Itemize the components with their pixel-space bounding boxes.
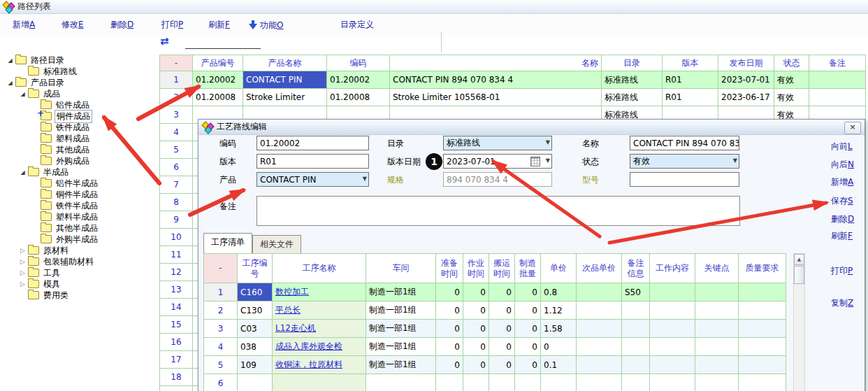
- status-dropdown[interactable]: 有效▼: [630, 154, 739, 169]
- cell[interactable]: 0: [463, 338, 489, 356]
- cell[interactable]: [650, 320, 695, 338]
- cell[interactable]: [650, 374, 695, 391]
- chevron-down-icon[interactable]: ▼: [546, 157, 550, 164]
- name-input[interactable]: CONTACT PIN 894 070 834: [630, 136, 739, 150]
- chevron-down-icon[interactable]: ▼: [363, 176, 367, 182]
- model-input[interactable]: [630, 172, 739, 187]
- scrollbar-thumb[interactable]: [794, 266, 804, 284]
- cell[interactable]: 0: [489, 356, 515, 374]
- operation-row[interactable]: 4038成品入库外观全检制造一部1组00000: [204, 338, 786, 356]
- cell[interactable]: 0: [436, 338, 463, 356]
- cell[interactable]: 0: [515, 356, 541, 374]
- cell[interactable]: [739, 356, 786, 374]
- toolbar-refresh-button[interactable]: 刷新F: [208, 19, 230, 31]
- tree-collapsed-icon[interactable]: ▷: [18, 258, 27, 265]
- cell[interactable]: [577, 301, 622, 320]
- cell[interactable]: 0: [436, 283, 463, 301]
- tree-item[interactable]: 其他半成品: [1, 222, 158, 234]
- cell[interactable]: [577, 320, 622, 338]
- cell[interactable]: [366, 374, 436, 391]
- tree-item[interactable]: ◢半成品: [1, 166, 158, 178]
- cell[interactable]: 01.20002: [327, 71, 390, 89]
- table-row[interactable]: 201.20008Stroke Limiter01.20008Stroke Li…: [160, 89, 866, 106]
- cell[interactable]: 制造一部1组: [366, 356, 436, 374]
- operation-row[interactable]: 1C160数控加工制造一部1组00000.8S50: [204, 283, 786, 301]
- cell[interactable]: 数控加工: [273, 283, 366, 301]
- cell[interactable]: [695, 283, 739, 301]
- dialog-delete-button[interactable]: 删除D: [831, 213, 865, 225]
- cell[interactable]: [650, 356, 695, 374]
- cell[interactable]: CONTACT PIN 894 070 834 4: [390, 71, 602, 89]
- cell[interactable]: 0: [515, 283, 541, 301]
- cell[interactable]: 0: [489, 301, 515, 320]
- cell[interactable]: [695, 320, 739, 338]
- tree-item[interactable]: 塑料成品: [1, 133, 158, 144]
- cell[interactable]: 1.58: [541, 320, 577, 338]
- cell[interactable]: [577, 283, 622, 301]
- version-input[interactable]: R01: [256, 154, 369, 169]
- dialog-print-button[interactable]: 打印P: [831, 265, 865, 277]
- cell[interactable]: C130: [238, 301, 273, 320]
- cell[interactable]: [577, 356, 622, 374]
- cell[interactable]: CONTACT PIN: [243, 71, 327, 89]
- tree-item[interactable]: ◢成品: [1, 88, 158, 99]
- tree-item[interactable]: ◢路径目录: [1, 55, 158, 66]
- cell[interactable]: 2023-06-17: [718, 89, 774, 106]
- tree-item[interactable]: 外购半成品: [1, 234, 158, 245]
- tree-item-selected[interactable]: +铜件成品: [1, 111, 158, 122]
- cell[interactable]: 制造一部1组: [366, 338, 436, 356]
- cell[interactable]: 0: [436, 320, 463, 338]
- cell[interactable]: 0.1: [541, 356, 577, 374]
- toolbar-add-button[interactable]: 新增A: [13, 19, 35, 31]
- tree-expanded-icon[interactable]: ◢: [6, 80, 15, 86]
- dialog-add-button[interactable]: 新增A: [831, 176, 865, 188]
- dialog-save-button[interactable]: 保存S: [831, 195, 865, 207]
- cell[interactable]: [577, 374, 622, 391]
- tab-related-files[interactable]: 相关文件: [252, 235, 301, 253]
- cell[interactable]: [650, 283, 695, 301]
- cell[interactable]: [622, 356, 650, 374]
- cell[interactable]: 0: [541, 338, 577, 356]
- cell[interactable]: 0: [463, 283, 489, 301]
- cell[interactable]: [739, 301, 786, 320]
- code-input[interactable]: 01.20002: [256, 136, 369, 150]
- operations-scrollbar[interactable]: ▲: [793, 253, 805, 391]
- cell[interactable]: L12走心机: [273, 320, 366, 338]
- cell[interactable]: 制造一部1组: [366, 320, 436, 338]
- tree-collapsed-icon[interactable]: ▷: [18, 269, 27, 276]
- cell[interactable]: [622, 301, 650, 320]
- cell[interactable]: 制造一部1组: [366, 283, 436, 301]
- remark-textarea[interactable]: [256, 196, 740, 226]
- tree-collapsed-icon[interactable]: ▷: [18, 247, 27, 254]
- cell[interactable]: [515, 374, 541, 391]
- cell[interactable]: 成品入库外观全检: [273, 338, 366, 356]
- cell[interactable]: R01: [663, 89, 718, 106]
- tree-item[interactable]: ▷模具: [1, 278, 158, 290]
- cell[interactable]: 01.20002: [193, 71, 243, 89]
- cell[interactable]: 收铜沫，拉原材料: [273, 356, 366, 374]
- dialog-refresh-button[interactable]: 刷新F: [831, 230, 865, 242]
- product-dropdown[interactable]: CONTACT PIN▼: [256, 172, 369, 187]
- cell[interactable]: [739, 338, 786, 356]
- table-row[interactable]: 101.20002CONTACT PIN01.20002CONTACT PIN …: [160, 71, 866, 89]
- cell[interactable]: [650, 338, 695, 356]
- chevron-down-icon[interactable]: ▼: [546, 139, 550, 145]
- cell[interactable]: 0: [515, 320, 541, 338]
- toolbar-directory-define-button[interactable]: 目录定义: [340, 19, 374, 31]
- cell[interactable]: [695, 356, 739, 374]
- tree-item[interactable]: ▷原材料: [1, 245, 158, 256]
- cell[interactable]: [622, 338, 650, 356]
- tree-item[interactable]: 标准路线: [1, 66, 158, 77]
- cell[interactable]: [577, 338, 622, 356]
- cell[interactable]: [489, 374, 515, 391]
- cell[interactable]: [739, 374, 786, 391]
- cell[interactable]: [695, 338, 739, 356]
- tree-item[interactable]: 铜件半成品: [1, 189, 158, 200]
- cell[interactable]: 制造一部1组: [366, 301, 436, 320]
- swap-columns-icon[interactable]: ⇄: [160, 35, 169, 48]
- cell[interactable]: Stroke Limiter 105568-01: [390, 89, 602, 106]
- cell[interactable]: 标准路线: [602, 89, 663, 106]
- cell[interactable]: 0: [489, 283, 515, 301]
- tab-operation-list[interactable]: 工序清单: [203, 233, 252, 253]
- cell[interactable]: 有效: [774, 89, 809, 106]
